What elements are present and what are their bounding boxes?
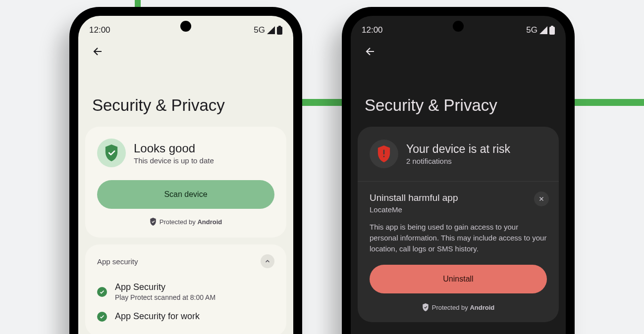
phone-light: 12:00 5G Security & Privacy bbox=[69, 7, 302, 334]
svg-rect-5 bbox=[383, 156, 384, 157]
risk-subtitle: 2 notifications bbox=[406, 157, 510, 165]
signal-icon bbox=[539, 26, 548, 34]
battery-icon bbox=[549, 26, 555, 35]
camera-cutout bbox=[453, 21, 464, 32]
network-label: 5G bbox=[254, 25, 265, 35]
shield-icon bbox=[150, 218, 157, 226]
phone-dark: 12:00 5G Security & Privacy bbox=[342, 7, 575, 334]
status-time: 12:00 bbox=[89, 25, 110, 35]
check-icon bbox=[97, 312, 107, 322]
risk-card: Your device is at risk 2 notifications U… bbox=[358, 127, 559, 322]
risk-title: Your device is at risk bbox=[406, 143, 510, 156]
collapse-button[interactable] bbox=[261, 254, 274, 268]
protected-by-label: Protected by Android bbox=[97, 218, 274, 226]
alert-app-name: LocateMe bbox=[370, 205, 547, 214]
list-item[interactable]: App Security for work bbox=[97, 306, 274, 327]
list-item-title: App Security bbox=[115, 282, 215, 292]
battery-icon bbox=[277, 26, 282, 35]
network-label: 5G bbox=[526, 25, 537, 35]
status-subtitle: This device is up to date bbox=[134, 156, 214, 165]
list-item-title: App Security for work bbox=[115, 311, 200, 322]
status-time: 12:00 bbox=[362, 25, 383, 35]
camera-cutout bbox=[180, 21, 191, 32]
list-item-subtitle: Play Protect scanned at 8:00 AM bbox=[115, 293, 215, 301]
chevron-up-icon bbox=[264, 258, 271, 265]
svg-rect-1 bbox=[278, 26, 281, 27]
close-icon bbox=[538, 195, 545, 202]
shield-icon bbox=[422, 303, 429, 311]
app-security-section: App security App Security Play Protect s… bbox=[85, 244, 286, 334]
alert-description: This app is being used to gain access to… bbox=[370, 222, 547, 254]
protected-by-label: Protected by Android bbox=[370, 303, 547, 311]
arrow-back-icon bbox=[365, 46, 376, 57]
status-card: Looks good This device is up to date Sca… bbox=[85, 127, 286, 238]
section-header: App security bbox=[97, 257, 138, 266]
signal-icon bbox=[267, 26, 275, 34]
shield-warning-icon bbox=[370, 140, 398, 168]
svg-rect-3 bbox=[551, 26, 553, 27]
page-title: Security & Privacy bbox=[78, 66, 293, 127]
back-button[interactable] bbox=[92, 46, 104, 59]
back-button[interactable] bbox=[365, 46, 376, 59]
page-title: Security & Privacy bbox=[351, 66, 566, 127]
svg-rect-4 bbox=[383, 150, 384, 155]
shield-check-icon bbox=[97, 139, 126, 167]
status-title: Looks good bbox=[134, 142, 214, 155]
list-item[interactable]: App Security Play Protect scanned at 8:0… bbox=[97, 277, 274, 306]
svg-rect-2 bbox=[549, 27, 555, 35]
svg-rect-0 bbox=[277, 27, 282, 35]
check-icon bbox=[97, 287, 107, 297]
scan-device-button[interactable]: Scan device bbox=[97, 180, 274, 209]
arrow-back-icon bbox=[92, 46, 104, 57]
alert-title: Uninstall harmful app bbox=[370, 192, 547, 203]
uninstall-button[interactable]: Uninstall bbox=[370, 265, 547, 293]
dismiss-button[interactable] bbox=[534, 191, 549, 206]
